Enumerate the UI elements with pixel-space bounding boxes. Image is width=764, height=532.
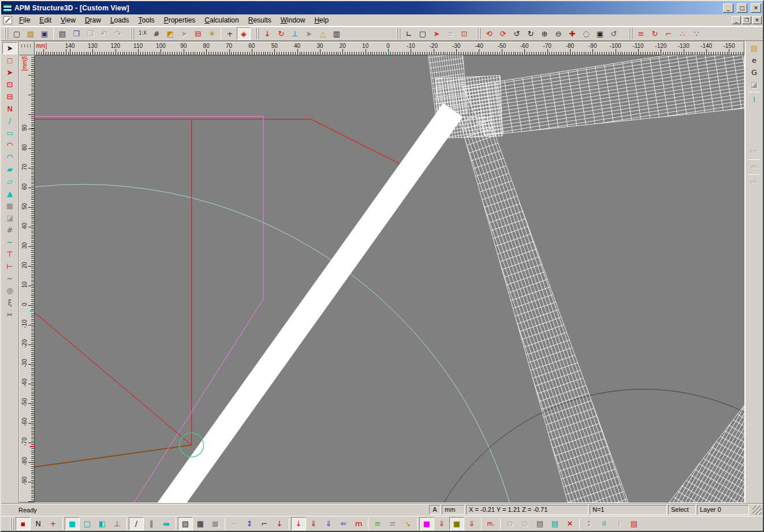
delete-loads-button[interactable]: ✕ <box>562 517 577 530</box>
solid-load-button[interactable]: ➤ <box>302 27 316 40</box>
plate-load-button[interactable]: ⇓ <box>434 517 449 530</box>
new-beam-button[interactable]: ▭ <box>2 127 17 139</box>
document-icon[interactable] <box>3 16 12 24</box>
node-mode-button[interactable]: ▪ <box>16 517 31 530</box>
ucs-button[interactable]: ∟ <box>402 27 416 40</box>
show-nodes-button[interactable]: ∴ <box>676 27 690 40</box>
node-snap-button[interactable]: ⊡ <box>457 27 471 40</box>
new-button[interactable]: ▢ <box>10 27 24 40</box>
paste-button[interactable]: ❒ <box>83 27 97 40</box>
status-layer[interactable]: Layer 0 <box>697 505 749 515</box>
edit-solid-button[interactable]: ◪ <box>2 212 17 224</box>
joints-button[interactable]: ✳ <box>205 27 219 40</box>
new-triangle-plate-button[interactable]: ▲ <box>2 188 17 200</box>
section-info-cyan-button[interactable]: ▤ <box>547 517 562 530</box>
maximize-button[interactable]: □ <box>737 3 747 13</box>
node-moment-button[interactable]: m. <box>483 517 498 530</box>
layers-colored-button[interactable]: ≡ <box>370 517 385 530</box>
save-button[interactable]: ▣ <box>38 27 51 40</box>
menu-properties[interactable]: Properties <box>159 15 200 25</box>
toolbar-grip[interactable] <box>477 28 481 39</box>
ext-button[interactable]: EXT <box>747 146 762 158</box>
open-button[interactable]: ▨ <box>24 27 38 40</box>
view-box-button[interactable]: ▢ <box>416 27 430 40</box>
layers-palette-button[interactable]: ▤ <box>747 42 762 54</box>
mdi-close-button[interactable]: ✕ <box>752 16 762 24</box>
diagram-button[interactable]: ▥ <box>330 27 344 40</box>
toolbar-grip[interactable] <box>131 28 135 39</box>
close-button[interactable]: ✕ <box>751 3 761 13</box>
layers-view-button[interactable]: ≡ <box>444 27 457 40</box>
menu-draw[interactable]: Draw <box>80 15 106 25</box>
node-load-button[interactable]: ↓ <box>272 517 287 530</box>
horizontal-ruler[interactable]: mm] 1401301201101009080706050403020100-1… <box>35 42 744 55</box>
new-polygon-plate-button[interactable]: ▱ <box>2 175 17 188</box>
joint2-button[interactable]: ⊙ <box>517 517 532 530</box>
grid-button[interactable]: # <box>150 27 163 40</box>
beam-i-info-button[interactable]: iI <box>597 517 612 530</box>
support-mode-button[interactable]: ⊥ <box>110 517 125 530</box>
crosshair-button[interactable]: + <box>223 27 237 40</box>
node-select-button[interactable]: ⊡ <box>2 78 17 91</box>
solid-shaded-button[interactable]: ■ <box>208 517 223 530</box>
plate-olive-button[interactable]: ■ <box>449 517 464 530</box>
material-off-button[interactable]: ◪ <box>747 78 762 91</box>
k-node-button[interactable]: ⊢ <box>2 260 17 272</box>
truss-button[interactable]: ~ <box>2 272 17 284</box>
wind-load-button[interactable]: ↘ <box>400 517 415 530</box>
arc-radius-button[interactable]: ◠ <box>2 151 17 163</box>
support-button[interactable]: ⊥ <box>288 27 302 40</box>
cross-section-button[interactable]: I <box>747 93 762 106</box>
box-select-button[interactable]: ◻ <box>2 54 17 66</box>
filter-elements-button[interactable]: ≡ <box>634 27 648 40</box>
move-select-button[interactable]: ➤ <box>2 66 17 78</box>
solid-wire-button[interactable]: ▦ <box>193 517 208 530</box>
plate-filled-button[interactable]: ■ <box>65 517 80 530</box>
new-solid-button[interactable]: ■ <box>2 200 17 212</box>
arrows-updown-button[interactable]: ↕ <box>582 517 597 530</box>
joint-button[interactable]: ⊙ <box>502 517 517 530</box>
rotate-z-left-button[interactable]: ↺ <box>510 27 524 40</box>
minimize-button[interactable]: _ <box>723 3 733 13</box>
menu-help[interactable]: Help <box>310 15 333 25</box>
val-button[interactable]: VAL <box>747 161 762 173</box>
section-info-button[interactable]: ▤ <box>532 517 547 530</box>
new-plate-button[interactable]: ▰ <box>2 163 17 175</box>
node-force-button[interactable]: ↕ <box>242 517 257 530</box>
rotate-z-right-button[interactable]: ↻ <box>524 27 538 40</box>
nodes-arrow-button[interactable]: ∵ <box>690 27 703 40</box>
dist-load-button[interactable]: ⇓ <box>306 517 321 530</box>
select-pointer-button[interactable]: ➤ <box>2 42 17 54</box>
moment-load-button[interactable]: m <box>351 517 366 530</box>
menu-tools[interactable]: Tools <box>134 15 159 25</box>
node-cs-button[interactable]: + <box>46 517 61 530</box>
moment-button[interactable]: ↻ <box>274 27 288 40</box>
redo-button[interactable]: ↷ <box>111 27 125 40</box>
force-down-button[interactable]: ↓ <box>291 517 306 530</box>
layers-white-button[interactable]: ≡ <box>385 517 400 530</box>
pan-button[interactable]: ✚ <box>565 27 579 40</box>
menu-view[interactable]: View <box>56 15 80 25</box>
vertical-ruler[interactable]: [mm]9 9080706050403020100-10-20-30-40-50… <box>19 55 35 503</box>
copy-button[interactable]: ❐ <box>69 27 83 40</box>
fit-view-button[interactable]: ▣ <box>593 27 607 40</box>
scale-button[interactable]: 1:X <box>136 27 150 40</box>
material-g-button[interactable]: G <box>747 66 762 78</box>
toolbar-grip[interactable] <box>10 518 14 530</box>
orbit-view-button[interactable]: ↺ <box>607 27 621 40</box>
rod-select-button[interactable]: ⊟ <box>2 91 17 103</box>
rotate-section-button[interactable]: ↻ <box>648 27 662 40</box>
info-button[interactable]: i <box>612 517 627 530</box>
mdi-restore-button[interactable]: ❐ <box>742 16 751 24</box>
zoom-out-button[interactable]: ⊖ <box>551 27 565 40</box>
dist-load-blue-button[interactable]: ⇓ <box>321 517 336 530</box>
menu-calculation[interactable]: Calculation <box>200 15 243 25</box>
drawing-canvas[interactable] <box>35 55 744 503</box>
truss-lattice-button[interactable]: ~ <box>227 517 242 530</box>
solid-nodes-button[interactable]: ▧ <box>178 517 193 530</box>
new-rod-button[interactable]: ∕ <box>2 115 17 127</box>
new-arc-button[interactable]: ◠ <box>2 139 17 151</box>
menu-results[interactable]: Results <box>244 15 276 25</box>
mesh-node-button[interactable]: # <box>2 224 17 236</box>
material-e-button[interactable]: e <box>747 54 762 66</box>
